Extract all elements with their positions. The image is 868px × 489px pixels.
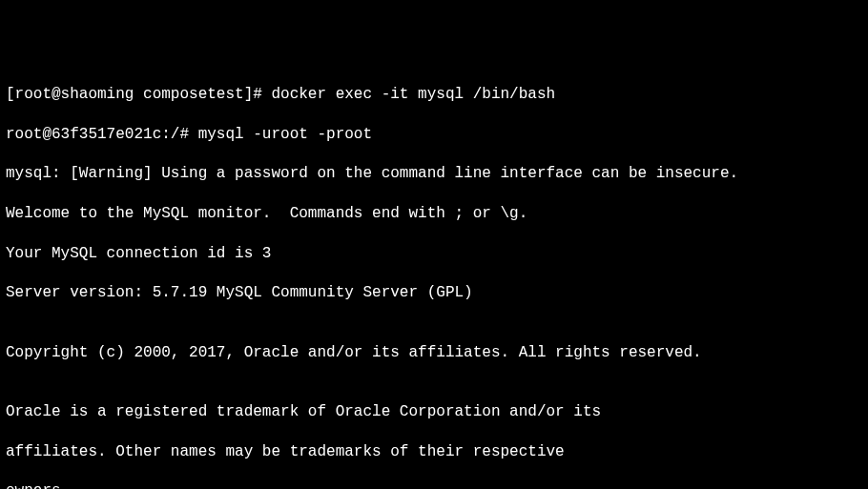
shell-prompt-container[interactable]: root@63f3517e021c:/# mysql -uroot -proot [6, 125, 862, 145]
mysql-trademark-3: owners. [6, 481, 862, 489]
mysql-server-version: Server version: 5.7.19 MySQL Community S… [6, 283, 862, 303]
mysql-warning: mysql: [Warning] Using a password on the… [6, 164, 862, 184]
mysql-connection-id: Your MySQL connection id is 3 [6, 244, 862, 264]
mysql-trademark-2: affiliates. Other names may be trademark… [6, 442, 862, 462]
mysql-welcome: Welcome to the MySQL monitor. Commands e… [6, 204, 862, 224]
mysql-trademark-1: Oracle is a registered trademark of Orac… [6, 402, 862, 422]
shell-prompt-host[interactable]: [root@shaoming composetest]# docker exec… [6, 85, 862, 105]
mysql-copyright: Copyright (c) 2000, 2017, Oracle and/or … [6, 343, 862, 363]
